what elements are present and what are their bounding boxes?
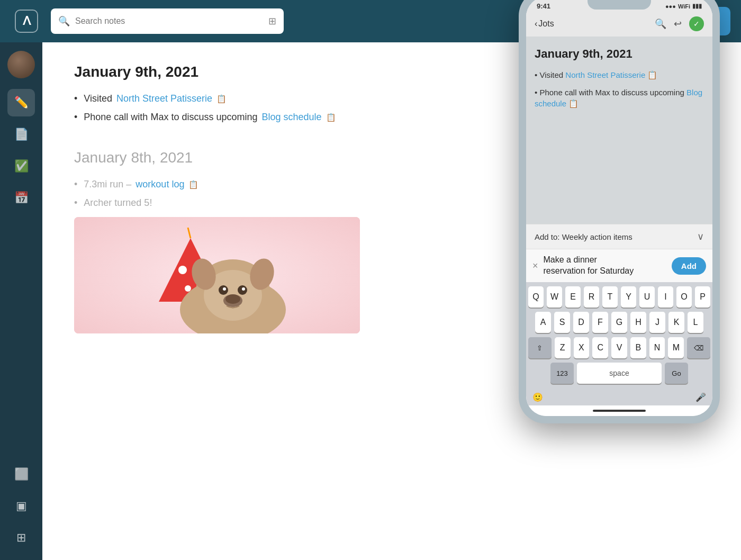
note-icon-3: 📋 — [188, 180, 198, 189]
svg-point-12 — [223, 287, 226, 291]
sidebar: ✏️ 📄 ✅ 📅 ⬜ ▣ ⊞ — [0, 42, 42, 560]
phone-typed-text[interactable]: Make a dinnerreservation for Saturday — [544, 255, 666, 277]
sidebar-item-layout2[interactable]: ▣ — [7, 492, 35, 520]
calendar-icon: 📅 — [14, 191, 29, 205]
layout2-icon: ▣ — [16, 499, 27, 513]
note-icon-2: 📋 — [326, 113, 336, 122]
key-m[interactable]: M — [668, 337, 684, 358]
key-g[interactable]: G — [611, 312, 627, 333]
keyboard-row-1: Q W E R T Y U I O P — [528, 286, 710, 308]
svg-point-15 — [225, 294, 240, 304]
sidebar-item-layout1[interactable]: ⬜ — [7, 460, 35, 488]
phone-bullet-2: • — [535, 88, 539, 97]
keyboard-row-2: A S D F G H J K L — [528, 312, 710, 333]
sidebar-item-layout3[interactable]: ⊞ — [7, 524, 35, 552]
key-123[interactable]: 123 — [550, 363, 574, 384]
phone-action-icons: 🔍 ↩ ✓ — [655, 16, 704, 31]
phone-icon-2: 📋 — [568, 99, 579, 108]
bullet-1: • — [74, 93, 77, 104]
key-r[interactable]: R — [584, 286, 599, 308]
key-j[interactable]: J — [649, 312, 665, 333]
key-delete[interactable]: ⌫ — [687, 337, 710, 358]
bullet-3: • — [74, 179, 77, 190]
phone-emoji-row: 🙂 🎤 — [526, 389, 712, 405]
key-go[interactable]: Go — [665, 363, 688, 384]
key-f[interactable]: F — [592, 312, 608, 333]
phone-keyboard: Q W E R T Y U I O P A S D F G — [526, 282, 712, 389]
key-a[interactable]: A — [535, 312, 551, 333]
key-t[interactable]: T — [602, 286, 618, 308]
key-v[interactable]: V — [611, 337, 627, 358]
key-h[interactable]: H — [630, 312, 646, 333]
key-o[interactable]: O — [676, 286, 692, 308]
sidebar-item-documents[interactable]: 📄 — [7, 121, 35, 148]
sidebar-item-tasks[interactable]: ✅ — [7, 152, 35, 180]
phone-add-to[interactable]: Add to: Weekly action items ∨ — [526, 224, 712, 249]
avatar-image — [7, 51, 35, 78]
logo-area: Ʌ — [11, 10, 42, 33]
key-n[interactable]: N — [649, 337, 665, 358]
key-d[interactable]: D — [573, 312, 589, 333]
add-to-label: Add to: Weekly action items — [535, 232, 632, 241]
phone-note-date: January 9th, 2021 — [535, 47, 704, 61]
key-space[interactable]: space — [577, 363, 662, 384]
phone-icon-1: 📋 — [647, 70, 657, 79]
phone-app-header: ‹ Jots 🔍 ↩ ✓ — [526, 13, 712, 37]
search-input[interactable] — [75, 16, 263, 26]
dog-image — [74, 217, 360, 333]
key-l[interactable]: L — [688, 312, 703, 333]
search-bar[interactable]: 🔍 ⊞ — [51, 8, 284, 34]
key-y[interactable]: Y — [621, 286, 636, 308]
sidebar-item-edit[interactable]: ✏️ — [7, 89, 35, 116]
phone-time: 9:41 — [537, 2, 550, 10]
key-u[interactable]: U — [639, 286, 655, 308]
emoji-icon[interactable]: 🙂 — [532, 392, 543, 402]
phone-notch — [588, 0, 651, 10]
key-p[interactable]: P — [695, 286, 710, 308]
phone-back-button[interactable]: ‹ Jots — [535, 19, 554, 29]
phone-sync-icon[interactable]: ✓ — [689, 16, 704, 31]
phone-clear-button[interactable]: × — [532, 260, 538, 272]
note-link-patisserie[interactable]: North Street Patisserie — [116, 93, 212, 104]
phone-inner: 9:41 ●●● WiFi ▮▮▮ ‹ Jots 🔍 ↩ ✓ — [526, 0, 712, 416]
note-link-workout[interactable]: workout log — [135, 179, 184, 190]
phone-note-text-2: Phone call with Max to discuss upcoming — [539, 88, 686, 97]
mic-icon[interactable]: 🎤 — [695, 392, 706, 402]
key-s[interactable]: S — [554, 312, 570, 333]
phone-link-patisserie[interactable]: North Street Patisserie — [565, 70, 645, 79]
key-e[interactable]: E — [565, 286, 581, 308]
key-x[interactable]: X — [574, 337, 590, 358]
edit-icon: ✏️ — [14, 96, 29, 110]
status-icons: ●●● WiFi ▮▮▮ — [665, 3, 702, 10]
key-q[interactable]: Q — [528, 286, 544, 308]
dog-svg — [74, 217, 360, 333]
key-z[interactable]: Z — [555, 337, 571, 358]
logo-icon: Ʌ — [15, 10, 38, 33]
key-i[interactable]: I — [658, 286, 673, 308]
layout1-icon: ⬜ — [14, 467, 29, 481]
phone-add-button[interactable]: Add — [672, 257, 706, 275]
phone-mockup: 9:41 ●●● WiFi ▮▮▮ ‹ Jots 🔍 ↩ ✓ — [519, 0, 720, 423]
keyboard-row-3: ⇧ Z X C V B N M ⌫ — [528, 337, 710, 358]
key-b[interactable]: B — [630, 337, 646, 358]
sidebar-item-calendar[interactable]: 📅 — [7, 184, 35, 212]
sidebar-bottom: ⬜ ▣ ⊞ — [7, 460, 35, 552]
key-w[interactable]: W — [547, 286, 562, 308]
key-c[interactable]: C — [592, 337, 608, 358]
phone-search-icon[interactable]: 🔍 — [655, 18, 666, 30]
main-layout: ✏️ 📄 ✅ 📅 ⬜ ▣ ⊞ January 9th, 2021 • — [0, 42, 741, 560]
filter-icon[interactable]: ⊞ — [268, 15, 276, 27]
battery-icon: ▮▮▮ — [692, 3, 702, 10]
phone-note-text-1: Visited — [539, 70, 565, 79]
bullet-4: • — [74, 197, 77, 209]
key-k[interactable]: K — [668, 312, 684, 333]
phone-undo-icon[interactable]: ↩ — [674, 18, 682, 30]
key-shift[interactable]: ⇧ — [528, 337, 552, 358]
svg-point-4 — [185, 285, 191, 292]
note-link-blog[interactable]: Blog schedule — [261, 112, 321, 123]
bullet-2: • — [74, 112, 77, 123]
search-icon: 🔍 — [58, 15, 70, 27]
avatar[interactable] — [7, 51, 35, 78]
phone-note-item-2: • Phone call with Max to discuss upcomin… — [535, 87, 704, 109]
add-to-chevron-icon: ∨ — [697, 231, 704, 242]
